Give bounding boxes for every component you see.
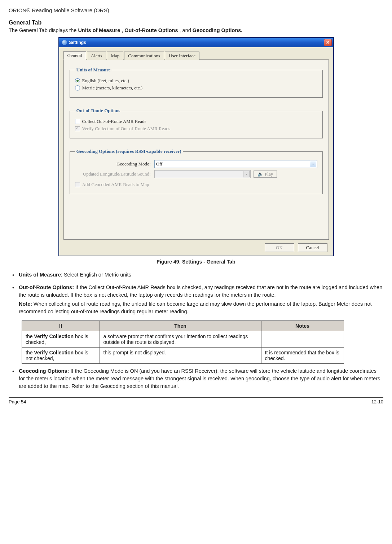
radio-english-label: English (feet, miles, etc.)	[82, 78, 129, 84]
check-verify-label: Verify Collection of Out-of-Route AMR Re…	[82, 126, 170, 132]
chevron-down-icon: ▾	[243, 171, 250, 177]
figure-caption: Figure 49: Settings - General Tab	[9, 259, 383, 265]
page-number: Page 54	[9, 399, 26, 404]
check-add-geocoded: Add Geocoded AMR Reads to Map	[75, 182, 317, 187]
chevron-down-icon[interactable]: ▾	[310, 161, 316, 167]
bullet-list-2: Geocoding Options: If the Geocoding Mode…	[9, 367, 383, 390]
screenshot: Settings ✕ General Alerts Map Communicat…	[9, 37, 383, 256]
radio-icon[interactable]	[75, 78, 80, 83]
tab-general[interactable]: General	[63, 51, 86, 60]
product-name: ORION® Reading Mobile Software (ORS)	[9, 7, 109, 13]
geocoding-mode-label: Geocoding Mode:	[75, 161, 154, 167]
intro-bold-2: Out-of-Route Options	[124, 27, 178, 33]
play-button: 🔈 Play	[254, 171, 277, 178]
col-if: If	[22, 321, 100, 331]
titlebar: Settings ✕	[59, 38, 333, 47]
check-add-geocoded-label: Add Geocoded AMR Reads to Map	[82, 182, 149, 187]
tab-user-interface[interactable]: User Interface	[165, 52, 199, 60]
geo-sound-dropdown: ▾	[154, 170, 251, 178]
table-row: the Verify Collection box is checked, a …	[22, 331, 344, 348]
bullet-out-of-route: Out-of-Route Options: If the Collect Out…	[9, 284, 383, 315]
table-row: the Verify Collection box is not checked…	[22, 348, 344, 364]
section-title: General Tab	[9, 19, 383, 26]
group-out-of-route: Out-of-Route Options Collect Out-of-Rout…	[70, 108, 323, 138]
check-verify-oor: Verify Collection of Out-of-Route AMR Re…	[75, 126, 317, 132]
bullet-list: Units of Measure: Select English or Metr…	[9, 271, 383, 315]
speaker-icon: 🔈	[257, 171, 263, 177]
tab-map[interactable]: Map	[107, 52, 123, 60]
group-units: Units of Measure English (feet, miles, e…	[70, 67, 323, 98]
app-icon	[62, 40, 67, 45]
if-then-table: If Then Notes the Verify Collection box …	[22, 320, 344, 364]
intro-text: The General Tab displays the	[9, 27, 78, 33]
geocoding-mode-value: Off	[156, 161, 163, 167]
group-units-legend: Units of Measure	[75, 67, 112, 73]
ok-button: OK	[265, 243, 294, 252]
checkbox-icon	[75, 182, 80, 187]
intro-bold-1: Units of Measure	[78, 27, 120, 33]
tab-pane-general: Units of Measure English (feet, miles, e…	[63, 60, 329, 240]
radio-metric-label: Metric (meters, kilometers, etc.)	[82, 85, 143, 91]
group-geo-legend: Geocoding Options (requires RSSI-capable…	[75, 149, 183, 154]
revision: 12-10	[371, 399, 383, 404]
radio-english[interactable]: English (feet, miles, etc.)	[75, 78, 317, 84]
check-collect-label: Collect Out-of-Route AMR Reads	[82, 119, 146, 124]
tab-strip: General Alerts Map Communications User I…	[63, 51, 329, 60]
checkbox-icon	[75, 126, 80, 131]
radio-metric[interactable]: Metric (meters, kilometers, etc.)	[75, 85, 317, 91]
radio-icon[interactable]	[75, 85, 80, 90]
bullet-units: Units of Measure: Select English or Metr…	[9, 271, 383, 279]
bullet-geocoding: Geocoding Options: If the Geocoding Mode…	[9, 367, 383, 390]
check-collect-oor[interactable]: Collect Out-of-Route AMR Reads	[75, 119, 317, 124]
doc-footer: Page 54 12-10	[9, 397, 383, 404]
group-oor-legend: Out-of-Route Options	[75, 108, 122, 114]
play-label: Play	[265, 171, 273, 177]
tab-alerts[interactable]: Alerts	[87, 52, 106, 60]
group-geocoding: Geocoding Options (requires RSSI-capable…	[70, 149, 323, 194]
tab-communications[interactable]: Communications	[124, 52, 164, 60]
geo-sound-label: Updated Longitude/Latitude Sound:	[75, 171, 154, 177]
doc-header: ORION® Reading Mobile Software (ORS)	[9, 7, 383, 15]
col-then: Then	[100, 321, 261, 331]
close-icon[interactable]: ✕	[324, 39, 332, 46]
col-notes: Notes	[261, 321, 344, 331]
window-title: Settings	[69, 40, 324, 45]
checkbox-icon[interactable]	[75, 119, 80, 124]
table-header-row: If Then Notes	[22, 321, 344, 331]
geocoding-mode-dropdown[interactable]: Off ▾	[154, 160, 317, 168]
settings-window: Settings ✕ General Alerts Map Communicat…	[59, 37, 334, 256]
intro-bold-3: Geocoding Options.	[193, 27, 243, 33]
intro-paragraph: The General Tab displays the Units of Me…	[9, 27, 383, 33]
cancel-button[interactable]: Cancel	[298, 243, 327, 252]
